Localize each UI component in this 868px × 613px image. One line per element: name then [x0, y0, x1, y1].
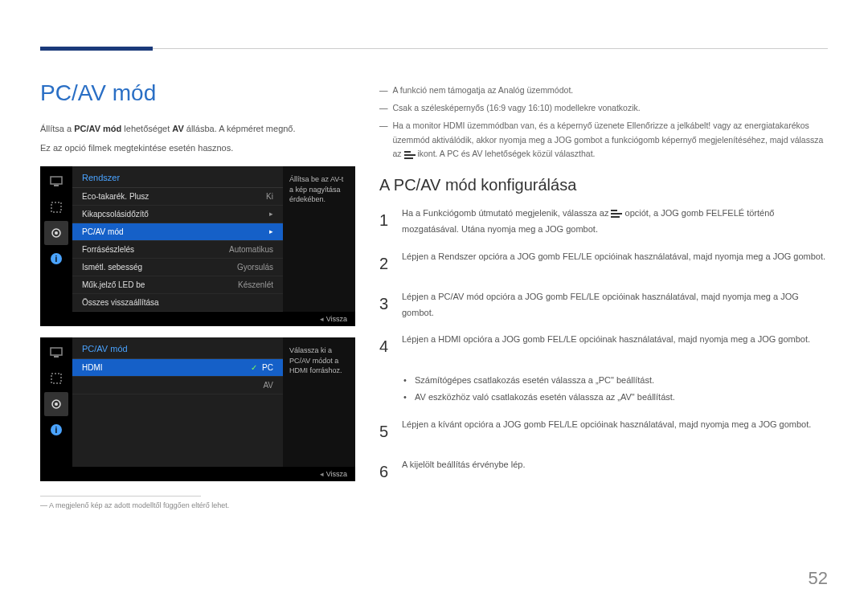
osd-row[interactable]: Ismétl. sebességGyorsulás	[72, 259, 283, 276]
osd-row-selected[interactable]: HDMI ✓PC	[72, 359, 283, 377]
page-top-accent	[40, 47, 153, 51]
osd-row[interactable]: Műk.jelző LED beKészenlét	[72, 276, 283, 294]
osd-row[interactable]: ForrásészlelésAutomatikus	[72, 241, 283, 259]
info-icon: i	[50, 423, 63, 436]
page-number: 52	[809, 568, 828, 589]
bullet-item: AV eszközhöz való csatlakozás esetén vál…	[403, 389, 828, 406]
step-2: 2Lépjen a Rendszer opcióra a JOG gomb FE…	[379, 249, 828, 278]
steps-list: 1Ha a Funkciógomb útmutató megjelenik, v…	[379, 206, 828, 486]
step-1: 1Ha a Funkciógomb útmutató megjelenik, v…	[379, 206, 828, 238]
footnote-rule	[40, 496, 201, 497]
svg-point-4	[55, 231, 58, 235]
osd-sidebar: i	[40, 166, 72, 312]
gear-icon	[50, 227, 63, 239]
osd-description: Válassza ki a PC/AV módot a HDMI forrásh…	[283, 337, 355, 467]
right-column: ―A funkció nem támogatja az Analóg üzemm…	[379, 48, 828, 509]
svg-rect-0	[51, 177, 62, 184]
left-column: PC/AV mód Állítsa a PC/AV mód lehetősége…	[40, 48, 355, 509]
monitor-icon	[50, 347, 63, 358]
osd-row[interactable]: Eco-takarék. PluszKi	[72, 188, 283, 206]
osd-row[interactable]: Kikapcsolásidőzítő▸	[72, 206, 283, 223]
menu-icon	[611, 210, 622, 218]
step-6: 6A kijelölt beállítás érvénybe lép.	[379, 457, 828, 486]
svg-rect-8	[54, 356, 59, 358]
osd-pcav-menu: i PC/AV mód HDMI ✓PC AV Válassza ki a PC…	[40, 337, 355, 481]
osd-row-selected[interactable]: PC/AV mód▸	[72, 223, 283, 241]
info-icon: i	[50, 252, 63, 265]
footnote: ― A megjelenő kép az adott modelltől füg…	[40, 501, 355, 509]
osd-title: PC/AV mód	[72, 337, 283, 359]
gear-icon	[50, 398, 63, 411]
osd2-row-label: HDMI	[82, 363, 103, 372]
osd-row[interactable]: Összes visszaállítása	[72, 294, 283, 312]
osd-title: Rendszer	[72, 166, 283, 188]
svg-point-11	[55, 403, 58, 406]
step-3: 3Lépjen a PC/AV mód opcióra a JOG gomb F…	[379, 289, 828, 321]
osd-system-menu: i Rendszer Eco-takarék. PluszKi Kikapcso…	[40, 166, 355, 326]
osd-footer[interactable]: Vissza	[40, 467, 355, 481]
bullet-item: Számítógépes csatlakozás esetén válassza…	[403, 372, 828, 389]
check-icon: ✓	[251, 363, 257, 372]
step-5: 5Lépjen a kívánt opcióra a JOG gomb FEL/…	[379, 417, 828, 446]
menu-icon	[404, 151, 416, 159]
intro-line-2: Ez az opció filmek megtekintése esetén h…	[40, 141, 355, 156]
config-heading: A PC/AV mód konfigurálása	[379, 176, 828, 194]
svg-rect-2	[51, 202, 61, 212]
page-top-rule	[40, 48, 828, 49]
osd-row[interactable]: AV	[72, 377, 283, 394]
svg-text:i: i	[55, 426, 58, 435]
intro-line-1: Állítsa a PC/AV mód lehetőséget AV állás…	[40, 122, 355, 137]
page-title: PC/AV mód	[40, 80, 355, 106]
osd-footer[interactable]: Vissza	[40, 312, 355, 326]
frame-icon	[50, 201, 63, 214]
frame-icon	[50, 372, 63, 385]
osd-sidebar: i	[40, 337, 72, 467]
bullet-list: Számítógépes csatlakozás esetén válassza…	[403, 372, 828, 406]
svg-rect-7	[51, 348, 62, 355]
monitor-icon	[50, 176, 63, 187]
notes-block: ―A funkció nem támogatja az Analóg üzemm…	[379, 84, 828, 161]
svg-text:i: i	[55, 255, 58, 264]
osd-description: Állítsa be az AV-t a kép nagyítása érdek…	[283, 166, 355, 312]
step-4: 4Lépjen a HDMI opcióra a JOG gomb FEL/LE…	[379, 332, 828, 361]
svg-rect-1	[54, 185, 59, 186]
svg-rect-9	[51, 374, 61, 383]
